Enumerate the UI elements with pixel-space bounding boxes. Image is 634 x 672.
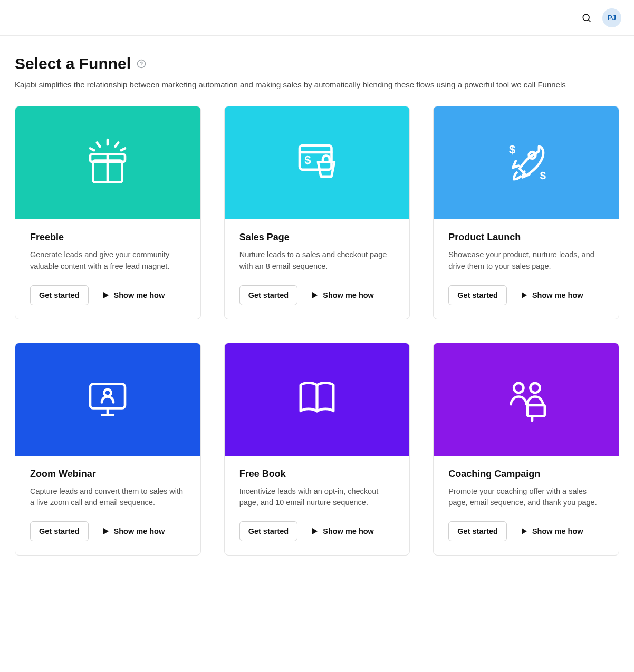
- funnel-title: Sales Page: [239, 232, 395, 243]
- topbar: PJ: [0, 0, 634, 36]
- help-icon[interactable]: [136, 59, 147, 69]
- funnel-body: Sales PageNurture leads to a sales and c…: [225, 219, 410, 319]
- funnel-actions: Get startedShow me how: [239, 285, 395, 305]
- get-started-button[interactable]: Get started: [448, 285, 507, 305]
- funnel-grid: FreebieGenerate leads and give your comm…: [15, 106, 619, 556]
- search-icon[interactable]: [581, 13, 592, 23]
- show-me-how-label: Show me how: [532, 291, 583, 299]
- funnel-description: Generate leads and give your community v…: [30, 249, 186, 272]
- show-me-how-link[interactable]: Show me how: [312, 527, 374, 535]
- funnel-title: Product Launch: [448, 232, 604, 243]
- funnel-description: Capture leads and convert them to sales …: [30, 486, 186, 509]
- funnel-body: Zoom WebinarCapture leads and convert th…: [15, 456, 200, 556]
- funnel-body: Product LaunchShowcase your product, nur…: [434, 219, 619, 319]
- funnel-body: FreebieGenerate leads and give your comm…: [15, 219, 200, 319]
- funnel-title: Coaching Campaign: [448, 469, 604, 480]
- funnel-hero: [434, 343, 619, 456]
- funnel-card: Zoom WebinarCapture leads and convert th…: [15, 343, 201, 556]
- funnel-card: Coaching CampaignPromote your coaching o…: [433, 343, 619, 556]
- play-icon: [103, 528, 109, 534]
- funnel-card: Free BookIncentivize leads with an opt-i…: [224, 343, 410, 556]
- webinar-icon: [79, 371, 137, 428]
- funnel-description: Showcase your product, nurture leads, an…: [448, 249, 604, 272]
- play-icon: [312, 528, 318, 534]
- funnel-card: Product LaunchShowcase your product, nur…: [433, 106, 619, 319]
- show-me-how-link[interactable]: Show me how: [522, 527, 583, 535]
- svg-point-3: [141, 66, 142, 66]
- funnel-actions: Get startedShow me how: [448, 521, 604, 541]
- show-me-how-link[interactable]: Show me how: [103, 291, 165, 299]
- page-subtitle: Kajabi simplifies the relationship betwe…: [15, 80, 619, 89]
- show-me-how-link[interactable]: Show me how: [522, 291, 583, 299]
- play-icon: [103, 292, 109, 298]
- sales-page-icon: [288, 134, 346, 192]
- show-me-how-label: Show me how: [114, 527, 165, 535]
- funnel-actions: Get startedShow me how: [30, 285, 186, 305]
- funnel-actions: Get startedShow me how: [30, 521, 186, 541]
- funnel-title: Free Book: [239, 469, 395, 480]
- show-me-how-link[interactable]: Show me how: [103, 527, 165, 535]
- funnel-hero: [15, 106, 200, 219]
- show-me-how-label: Show me how: [323, 291, 374, 299]
- get-started-button[interactable]: Get started: [239, 285, 298, 305]
- svg-line-1: [589, 20, 591, 22]
- book-icon: [288, 371, 346, 428]
- funnel-actions: Get startedShow me how: [239, 521, 395, 541]
- get-started-button[interactable]: Get started: [30, 521, 89, 541]
- funnel-body: Coaching CampaignPromote your coaching o…: [434, 456, 619, 556]
- funnel-body: Free BookIncentivize leads with an opt-i…: [225, 456, 410, 556]
- show-me-how-label: Show me how: [114, 291, 165, 299]
- funnel-title: Zoom Webinar: [30, 469, 186, 480]
- funnel-hero: [15, 343, 200, 456]
- get-started-button[interactable]: Get started: [448, 521, 507, 541]
- funnel-hero: [225, 343, 410, 456]
- show-me-how-label: Show me how: [532, 527, 583, 535]
- play-icon: [312, 292, 318, 298]
- content: Select a Funnel Kajabi simplifies the re…: [0, 36, 634, 577]
- gift-icon: [79, 134, 137, 192]
- funnel-hero: [434, 106, 619, 219]
- svg-point-2: [138, 60, 146, 68]
- avatar[interactable]: PJ: [602, 8, 621, 27]
- page-title: Select a Funnel: [15, 55, 131, 73]
- funnel-card: Sales PageNurture leads to a sales and c…: [224, 106, 410, 319]
- get-started-button[interactable]: Get started: [30, 285, 89, 305]
- play-icon: [522, 528, 527, 534]
- rocket-money-icon: [497, 134, 555, 192]
- funnel-actions: Get startedShow me how: [448, 285, 604, 305]
- coaching-icon: [497, 371, 555, 428]
- funnel-title: Freebie: [30, 232, 186, 243]
- funnel-description: Incentivize leads with an opt-in, checko…: [239, 486, 395, 509]
- get-started-button[interactable]: Get started: [239, 521, 298, 541]
- show-me-how-link[interactable]: Show me how: [312, 291, 374, 299]
- funnel-card: FreebieGenerate leads and give your comm…: [15, 106, 201, 319]
- svg-point-0: [583, 14, 589, 21]
- funnel-description: Promote your coaching offer with a sales…: [448, 486, 604, 509]
- play-icon: [522, 292, 527, 298]
- funnel-hero: [225, 106, 410, 219]
- funnel-description: Nurture leads to a sales and checkout pa…: [239, 249, 395, 272]
- show-me-how-label: Show me how: [323, 527, 374, 535]
- title-row: Select a Funnel: [15, 55, 619, 73]
